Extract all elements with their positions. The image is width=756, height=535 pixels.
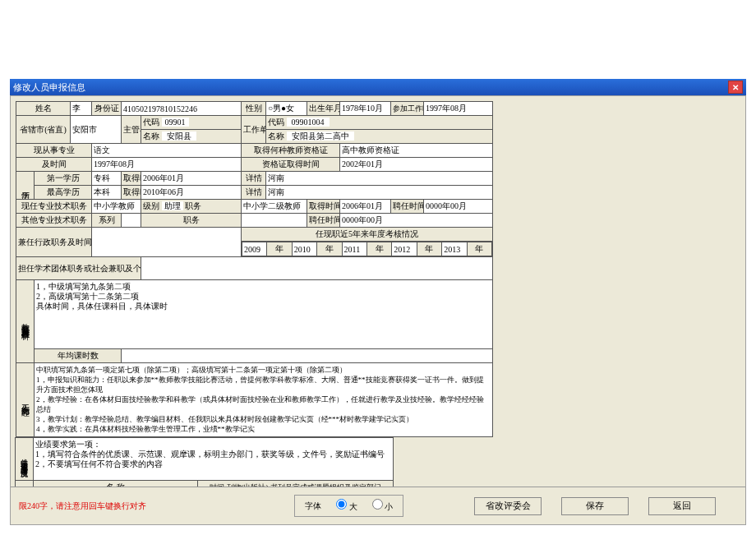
warning-text: 限240字，请注意用回车键换行对齐: [19, 500, 146, 512]
excellent-textarea[interactable]: [35, 440, 391, 477]
series-label: 系列: [92, 214, 122, 228]
admin-label: 兼任行政职务及时间: [16, 228, 92, 257]
currjob-series[interactable]: [94, 201, 139, 213]
id-label: 身份证: [92, 102, 122, 116]
bottom-bar: 限240字，请注意用回车键换行对齐 字体 大 小 省改评委会 保存 返回: [11, 487, 745, 524]
social-input[interactable]: [143, 262, 491, 274]
org-code[interactable]: 09901: [162, 118, 189, 127]
font-group: 字体 大 小: [294, 495, 403, 517]
org-name-row: 名称 安阳县: [141, 130, 242, 144]
back-button[interactable]: 返回: [648, 497, 716, 515]
edu-side-label: 学历: [16, 172, 35, 200]
sex-female-radio[interactable]: ●女: [281, 104, 294, 113]
ftime-label: 取得时间: [122, 172, 141, 186]
birth-input[interactable]: [342, 103, 389, 115]
code-label: 代码 09901: [141, 116, 242, 130]
assess-y1[interactable]: [244, 243, 265, 256]
city-input[interactable]: [72, 123, 119, 136]
firstedu-input[interactable]: [94, 173, 119, 185]
fdetail-input[interactable]: [268, 173, 491, 185]
close-icon[interactable]: ✕: [728, 81, 743, 94]
level-input[interactable]: 助理: [162, 201, 183, 210]
highedu-label: 最高学历: [35, 186, 92, 200]
avghours-input[interactable]: [123, 350, 491, 362]
hdetail-label: 详情: [242, 186, 266, 200]
other-hiretime[interactable]: [342, 214, 491, 227]
avghours-label: 年均课时数: [35, 349, 122, 363]
assess-y3[interactable]: [344, 243, 365, 256]
assess-y5[interactable]: [444, 243, 464, 256]
otherjob-label: 其他专业技术职务: [16, 214, 92, 228]
social-label: 担任学术团体职务或社会兼职及个人联系方式: [16, 257, 141, 280]
unit-name-row: 名称 安阳县第二高中: [266, 130, 493, 144]
cert-label: 取得何种教师资格证: [242, 144, 340, 158]
assess-y2[interactable]: [294, 243, 315, 256]
name-label: 姓名: [16, 102, 71, 116]
unit-code[interactable]: 09901004: [287, 118, 330, 127]
certtime-label: 资格证取得时间: [242, 158, 340, 172]
hdetail-input[interactable]: [268, 187, 491, 199]
ability-side-label: 工作能力和经: [16, 363, 35, 437]
workstart-input[interactable]: [426, 103, 491, 115]
majortime-input[interactable]: [94, 159, 239, 171]
assess-row: 年 年 年 年 年: [242, 242, 493, 257]
otherjob-series[interactable]: [123, 214, 139, 227]
paper-side-label: 论文论著、教科研情况: [16, 481, 34, 487]
unit-name[interactable]: 安阳县第二高中: [287, 131, 354, 141]
other-hiretime-label: 聘任时间: [307, 214, 340, 228]
committee-button[interactable]: 省改评委会: [474, 497, 542, 515]
majortime-label: 及时间: [16, 158, 92, 172]
excellent-label: 优质课示范课观摩课专题讲座情况: [16, 438, 34, 481]
teach-side-label: 教育教学能力及所教学科: [16, 280, 35, 363]
unit-code-row: 代码 09901004: [266, 116, 493, 130]
font-big-radio[interactable]: 大: [336, 499, 357, 513]
admin-input[interactable]: [94, 236, 239, 248]
name-input[interactable]: [72, 103, 90, 115]
fdetail-label: 详情: [242, 172, 266, 186]
assess-label: 任现职近5年来年度考核情况: [242, 228, 493, 242]
city-label: 省辖市(省直): [16, 116, 71, 144]
certtime-input[interactable]: [342, 159, 491, 171]
org-name[interactable]: 安阳县: [162, 131, 196, 141]
currmajor-label: 现从事专业: [16, 144, 92, 158]
post-input[interactable]: [243, 201, 305, 213]
id-input[interactable]: [123, 103, 239, 115]
currmajor-input[interactable]: [94, 145, 239, 157]
gettime-label: 取得时间: [307, 200, 340, 214]
paper-head2: 时间,刊物(出版社),书刊号完成或课题组织及鉴定部门: [198, 481, 394, 487]
highedu-input[interactable]: [94, 187, 119, 199]
sex-male-radio[interactable]: ○男: [268, 104, 281, 113]
gettime-input[interactable]: [342, 201, 389, 213]
htime-input[interactable]: [143, 187, 239, 199]
hiretime-label: 聘任时间: [391, 200, 424, 214]
paper-head1: 名 称: [34, 481, 198, 487]
window-titlebar: 修改人员申报信息 ✕: [10, 79, 746, 95]
assess-y4[interactable]: [394, 243, 414, 256]
birth-label: 出生年月: [307, 102, 340, 116]
hiretime-input[interactable]: [426, 201, 491, 213]
window-title: 修改人员申报信息: [13, 81, 85, 94]
teach-textarea[interactable]: [36, 282, 491, 346]
save-button[interactable]: 保存: [561, 497, 629, 515]
right-panel: 优质课示范课观摩课专题讲座情况 论文论著、教科研情况 名 称 时间,刊物(出版社…: [15, 437, 394, 487]
font-small-radio[interactable]: 小: [372, 499, 394, 513]
org-label: 主管单位: [122, 116, 141, 144]
workstart-label: 参加工作时间: [391, 102, 424, 116]
cert-input[interactable]: [342, 145, 491, 157]
firstedu-label: 第一学历: [35, 172, 92, 186]
otherjob-post[interactable]: [243, 214, 305, 227]
htime-label: 取得时间: [122, 186, 141, 200]
ability-textarea[interactable]: [36, 365, 491, 434]
sex-label: 性别: [242, 102, 266, 116]
ftime-input[interactable]: [143, 173, 239, 185]
currjob-label: 现任专业技术职务: [16, 200, 92, 214]
unit-label: 工作单位: [242, 116, 266, 144]
left-panel: 姓名 身份证 性别 ○男●女 出生年月 参加工作时间 省辖市(省直) 主管单位 …: [16, 101, 493, 437]
